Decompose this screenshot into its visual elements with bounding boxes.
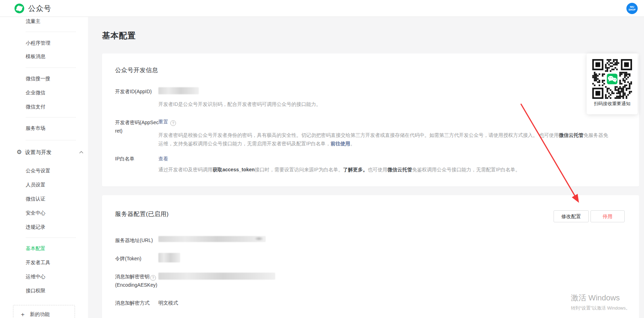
page-title: 基本配置 [102,30,136,41]
plus-icon: ＋ [20,310,26,318]
weixin-cloud-bold2: 微信云托管 [387,167,412,172]
wechat-mp-logo-icon [14,3,25,14]
modify-config-button[interactable]: 修改配置 [554,210,589,222]
learn-more-bold[interactable]: 了解更多。 [343,167,368,172]
sidebar-subitem-0[interactable]: 公众号设置 [26,167,50,174]
new-feature-label: 新的功能 [30,311,50,318]
appsecret-desc-text: 开发者密码是校验公众号开发者身份的密码，具有极高的安全性。切记勿把密码直接交给第… [158,132,559,138]
server-url-value-redacted [158,236,266,242]
appsecret-desc-text3: 运维，支持免鉴权调用公众号接口能力，无需启用开发者密码及配置IP白名单， [158,141,330,146]
sidebar-subitem-5[interactable]: 基本配置 [26,245,45,252]
sidebar-divider [26,237,76,238]
aes-key-value-redacted [158,273,275,280]
chevron-up-icon[interactable] [79,151,83,154]
access-token-bold: 获取access_token [213,167,255,172]
sidebar-section-settings-dev[interactable]: ⚙设置与开发 [17,148,83,156]
server-config-section-title: 服务器配置(已启用) [115,210,169,218]
appsecret-reset-link[interactable]: 重置 [158,119,168,125]
disable-button[interactable]: 停用 [591,210,625,222]
appsecret-desc-period: 。 [350,141,355,146]
go-use-link[interactable]: 前往使用 [330,141,350,146]
appsecret-desc-text2: 免服务器免 [583,132,608,138]
aes-key-label-line2: (EncodingAESKey) [115,282,157,288]
top-header: 公众号 NIU SHOP [0,0,644,17]
brand-logo[interactable]: 公众号 [14,3,51,14]
dev-info-card: 公众号开发信息 开发者ID(AppID) 开发者ID是公众号开发识别码，配合开发… [102,53,639,186]
aes-key-label: 消息加解密密钥? [115,274,156,281]
main-content: 基本配置 公众号开发信息 开发者ID(AppID) 开发者ID是公众号开发识别码… [88,17,644,318]
sidebar-divider [26,32,76,32]
sidebar-subitem-8[interactable]: 接口权限 [26,287,45,294]
server-config-card: 服务器配置(已启用) 修改配置 停用 服务器地址(URL) 令牌(Token) … [102,195,639,318]
sidebar-divider [26,68,76,68]
encrypt-method-value: 明文模式 [158,300,178,306]
weixin-cloud-bold: 微信云托管 [559,132,583,138]
sidebar-divider [26,117,76,117]
ip-whitelist-desc: 通过开发者ID及密码调用获取access_token接口时，需要设置访问来源IP… [158,167,520,173]
avatar-text-line1: NIU [630,6,634,8]
sidebar-item-4[interactable]: 企业微信 [26,89,45,96]
sidebar-item-5[interactable]: 微信支付 [26,103,45,110]
ip-desc-text4: 免鉴权调用公众号接口能力，无需配置IP白名单。 [412,167,520,172]
sidebar-item-2[interactable]: 模板消息 [26,53,45,60]
ip-desc-text1: 通过开发者ID及密码调用 [158,167,213,172]
ip-view-link[interactable]: 查看 [158,156,168,161]
sidebar-item-1[interactable]: 小程序管理 [26,39,50,46]
avatar-text-line2: SHOP [629,8,636,11]
new-feature-box[interactable]: ＋新的功能 [13,305,75,318]
dev-info-section-title: 公众号开发信息 [115,66,158,74]
aes-key-help-icon[interactable]: ? [150,275,156,281]
sidebar-nav: 流量主小程序管理模板消息微信搜一搜企业微信微信支付服务市场⚙设置与开发公众号设置… [0,17,88,318]
sidebar-item-0[interactable]: 流量主 [26,18,40,25]
appid-value-redacted [158,87,199,94]
appsecret-label: 开发者密码(AppSecret) [115,118,159,135]
aes-key-label-text: 消息加解密密钥 [115,274,150,279]
ip-whitelist-actions: 查看 [158,156,168,162]
appsecret-desc-line2: 运维，支持免鉴权调用公众号接口能力，无需启用开发者密码及配置IP白名单，前往使用… [158,141,355,147]
sidebar-section-label: 设置与开发 [25,149,51,156]
ip-whitelist-label: IP白名单 [115,156,134,162]
server-url-label: 服务器地址(URL) [115,237,153,244]
sidebar-item-6[interactable]: 服务市场 [26,125,45,132]
sidebar-divider [26,140,76,140]
account-avatar[interactable]: NIU SHOP [626,3,638,14]
sidebar-subitem-1[interactable]: 人员设置 [26,181,45,188]
sidebar-subitem-6[interactable]: 开发者工具 [26,259,50,266]
sidebar-subitem-2[interactable]: 微信认证 [26,195,45,202]
sidebar-subitem-4[interactable]: 违规记录 [26,223,45,230]
sidebar-subitem-3[interactable]: 安全中心 [26,209,45,216]
ip-desc-text2: 接口时，需要设置访问来源IP为白名单。 [255,167,343,172]
encrypt-method-label: 消息加解密方式 [115,300,150,306]
gear-icon: ⚙ [17,149,22,156]
appsecret-actions: 重置? [158,119,176,126]
qr-code-image [592,59,632,99]
appsecret-desc-line1: 开发者密码是校验公众号开发者身份的密码，具有极高的安全性。切记勿把密码直接交给第… [158,132,608,139]
token-value-redacted [158,253,180,262]
qr-caption: 扫码接收重要通知 [587,101,638,107]
appid-label: 开发者ID(AppID) [115,89,152,95]
token-label: 令牌(Token) [115,256,141,262]
new-feature-row: ＋新的功能 [20,310,75,318]
ip-desc-text3: 也可使用 [368,167,387,172]
app-title: 公众号 [28,4,51,13]
qr-panel: 扫码接收重要通知 [587,53,638,114]
sidebar-subitem-7[interactable]: 运维中心 [26,273,45,280]
appid-desc: 开发者ID是公众号开发识别码，配合开发者密码可调用公众号的接口能力。 [158,101,321,108]
appsecret-help-icon[interactable]: ? [170,120,176,126]
sidebar-item-3[interactable]: 微信搜一搜 [26,75,50,82]
